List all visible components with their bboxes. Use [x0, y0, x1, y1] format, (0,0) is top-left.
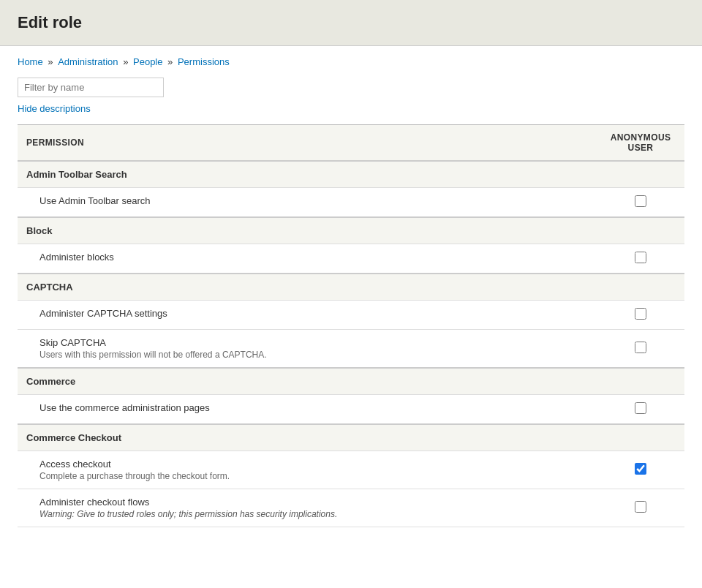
- permission-description: Warning: Give to trusted roles only; thi…: [39, 509, 588, 519]
- permission-checkbox[interactable]: [635, 501, 646, 513]
- permission-description: Complete a purchase through the checkout…: [39, 471, 588, 481]
- table-header-row: PERMISSION ANONYMOUS USER: [18, 125, 684, 162]
- checkbox-cell: [597, 188, 684, 218]
- breadcrumb-permissions[interactable]: Permissions: [178, 56, 230, 67]
- table-row: Administer blocks: [18, 244, 684, 274]
- checkbox-cell: [597, 301, 684, 330]
- permission-checkbox[interactable]: [635, 252, 646, 263]
- group-header: Block: [18, 217, 684, 244]
- content-area: Home » Administration » People » Permiss…: [0, 46, 702, 538]
- permission-name: Administer checkout flows: [39, 497, 588, 508]
- col-anon-header: ANONYMOUS USER: [597, 125, 684, 162]
- permission-name: Administer CAPTCHA settings: [39, 308, 588, 319]
- filter-by-name-input[interactable]: [18, 78, 164, 97]
- permission-name: Access checkout: [39, 459, 588, 470]
- permission-name: Administer blocks: [39, 252, 588, 263]
- table-row: Administer checkout flowsWarning: Give t…: [18, 489, 684, 527]
- permission-name: Skip CAPTCHA: [39, 337, 588, 348]
- permissions-table: PERMISSION ANONYMOUS USER Admin Toolbar …: [18, 124, 684, 527]
- table-row: Use the commerce administration pages: [18, 395, 684, 425]
- breadcrumb-administration[interactable]: Administration: [58, 56, 118, 67]
- table-row: Skip CAPTCHAUsers with this permission w…: [18, 330, 684, 369]
- group-header: Commerce: [18, 368, 684, 395]
- checkbox-cell: [597, 395, 684, 425]
- checkbox-cell: [597, 330, 684, 369]
- table-row: Use Admin Toolbar search: [18, 188, 684, 218]
- permission-checkbox[interactable]: [635, 308, 646, 320]
- breadcrumb-people[interactable]: People: [133, 56, 162, 67]
- hide-descriptions-link[interactable]: Hide descriptions: [18, 103, 684, 114]
- checkbox-cell: [597, 451, 684, 489]
- permission-description: Users with this permission will not be o…: [39, 350, 588, 360]
- group-header: CAPTCHA: [18, 274, 684, 301]
- permission-name: Use the commerce administration pages: [39, 402, 588, 413]
- breadcrumb: Home » Administration » People » Permiss…: [18, 56, 684, 67]
- page-header: Edit role: [0, 0, 702, 46]
- page-wrapper: Edit role Home » Administration » People…: [0, 0, 702, 588]
- table-row: Administer CAPTCHA settings: [18, 301, 684, 330]
- permission-checkbox[interactable]: [635, 195, 646, 207]
- group-header: Commerce Checkout: [18, 424, 684, 451]
- table-row: Access checkoutComplete a purchase throu…: [18, 451, 684, 489]
- permission-checkbox[interactable]: [635, 342, 646, 353]
- col-permission-header: PERMISSION: [18, 125, 597, 162]
- breadcrumb-home[interactable]: Home: [18, 56, 43, 67]
- permission-name: Use Admin Toolbar search: [39, 195, 588, 206]
- checkbox-cell: [597, 244, 684, 274]
- page-title: Edit role: [18, 13, 684, 32]
- checkbox-cell: [597, 489, 684, 527]
- permission-checkbox[interactable]: [635, 463, 646, 475]
- permission-checkbox[interactable]: [635, 402, 646, 414]
- group-header: Admin Toolbar Search: [18, 161, 684, 188]
